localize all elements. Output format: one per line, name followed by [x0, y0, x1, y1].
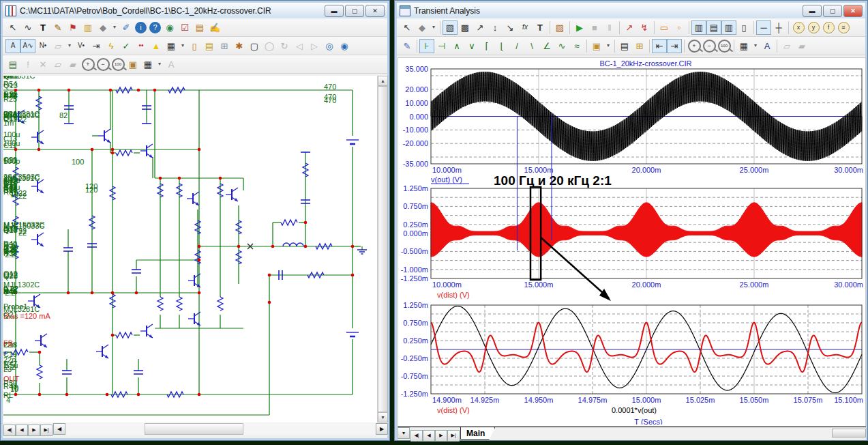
- vertical-tag-icon[interactable]: ⊣: [434, 39, 449, 53]
- scroll-up-icon[interactable]: ▲: [378, 76, 388, 86]
- freq-tag-icon[interactable]: ≈: [569, 39, 584, 53]
- zoom-rect-mode-icon[interactable]: ↗: [473, 20, 488, 35]
- voltage-probe-toggle-icon[interactable]: V•: [74, 39, 89, 53]
- zoom-100-icon[interactable]: 100: [717, 39, 732, 53]
- page-icon-icon[interactable]: ▤: [5, 57, 20, 72]
- plot-pane-4-icon[interactable]: ▯: [736, 20, 751, 35]
- plot-pane-3-icon[interactable]: ▥: [721, 20, 736, 35]
- zoom-out-icon[interactable]: −: [702, 39, 717, 53]
- select-box-icon[interactable]: ▢: [247, 39, 262, 53]
- analysis-limits-icon[interactable]: ✎: [400, 39, 415, 53]
- plot-pane-1-icon[interactable]: ▥: [691, 20, 706, 35]
- page-nav-icon-2[interactable]: ▶: [435, 430, 447, 442]
- numeric-values-icon[interactable]: ⊞: [632, 39, 647, 53]
- valley-tag-icon[interactable]: ∨: [464, 39, 479, 53]
- send-to-back-icon[interactable]: ▰: [65, 57, 80, 72]
- fx-mode-icon[interactable]: fx: [518, 20, 533, 35]
- check-errors-tool-icon[interactable]: ☑: [177, 20, 192, 35]
- attribute-text-toggle-icon[interactable]: A: [5, 39, 20, 53]
- shape-picker-dropdown-icon[interactable]: ▾: [430, 20, 438, 35]
- tile-dropdown-icon[interactable]: ▾: [751, 39, 760, 53]
- zoom-in-icon[interactable]: +: [687, 39, 702, 53]
- font-icon[interactable]: A: [760, 39, 775, 53]
- paste-tag-icon[interactable]: ▣: [589, 39, 604, 53]
- cursor-left-toggle-icon[interactable]: ⇤: [652, 39, 667, 53]
- component-bus-tool-icon[interactable]: ▥: [80, 20, 95, 35]
- wire-mode-tool-icon[interactable]: ∿: [20, 20, 35, 35]
- select-ellipse-icon[interactable]: ◯: [262, 39, 277, 53]
- restore-button[interactable]: ▢: [345, 5, 364, 17]
- properties-icon[interactable]: ▨: [552, 20, 567, 35]
- split-dropdown-icon[interactable]: ▾: [155, 57, 164, 72]
- text-mode-icon[interactable]: T: [533, 20, 548, 35]
- paste-page-icon[interactable]: ▯: [187, 39, 202, 53]
- rise-tag-icon[interactable]: /: [509, 39, 524, 53]
- page-nav-icon-3[interactable]: ▶|: [447, 430, 460, 442]
- shape-picker-icon[interactable]: ◆: [95, 20, 110, 35]
- slope-tag-icon[interactable]: ∠: [539, 39, 554, 53]
- border-tool-icon[interactable]: ⊞: [217, 39, 232, 53]
- hscroll-right-icon[interactable]: ▶: [376, 423, 388, 435]
- tab-bar-grip[interactable]: [832, 429, 866, 437]
- tokens-toggle-icon[interactable]: ↯: [637, 20, 652, 35]
- run-button-icon[interactable]: ▶: [572, 20, 587, 35]
- scale-mode-icon[interactable]: ▧: [443, 20, 458, 35]
- script-tool-icon[interactable]: ✍: [207, 20, 222, 35]
- page-nav-icon-0[interactable]: ◀|: [3, 425, 16, 436]
- page-nav-icon-0[interactable]: ◀|: [410, 430, 423, 442]
- shape-picker-dropdown-icon[interactable]: ▾: [110, 20, 119, 35]
- paste-dropdown-icon[interactable]: ▾: [604, 39, 612, 53]
- minimize-button[interactable]: ▬: [325, 5, 344, 17]
- cursor-right-toggle-icon[interactable]: ⇥: [667, 39, 682, 53]
- wave-tag-icon[interactable]: ∿: [554, 39, 569, 53]
- peak-tag-icon[interactable]: ∧: [449, 39, 464, 53]
- formula-settings-icon[interactable]: ≡: [836, 20, 851, 35]
- fx-settings-icon[interactable]: f: [821, 20, 836, 35]
- low-tag-icon[interactable]: ⌊: [494, 39, 509, 53]
- data-box-toggle-icon[interactable]: ▫: [672, 20, 687, 35]
- tab-dropdown-icon[interactable]: ▾: [398, 427, 410, 439]
- bring-to-front-icon[interactable]: ▱: [50, 57, 65, 72]
- tab-main[interactable]: Main: [460, 427, 495, 440]
- font-icon[interactable]: A: [164, 57, 179, 72]
- send-to-back-icon[interactable]: ▰: [794, 39, 809, 53]
- cursor-mode-icon[interactable]: ▩: [458, 20, 473, 35]
- tile-windows-icon[interactable]: ▦: [736, 39, 751, 53]
- schematic-canvas[interactable]: C12CCR2682C11100uR3122C16470uR392.22SA13…: [3, 76, 378, 422]
- close-button[interactable]: ✕: [365, 5, 385, 17]
- page-nav-icon-2[interactable]: ▶: [28, 425, 40, 436]
- horizontal-scroll-thumb[interactable]: [145, 423, 243, 435]
- flag-tool-icon[interactable]: ⚑: [65, 20, 80, 35]
- grid-toggle-icon[interactable]: ▦: [164, 39, 179, 53]
- ruler-toggle-icon[interactable]: ▭: [657, 20, 672, 35]
- find-repeat-icon[interactable]: ◉: [337, 39, 352, 53]
- copy-picture-icon[interactable]: ▱: [50, 39, 65, 53]
- copy-dropdown-icon[interactable]: ▾: [65, 39, 74, 53]
- plot-area[interactable]: 35.00020.00010.0000.000-10.000-20.000-35…: [398, 57, 866, 427]
- zoom-100-icon[interactable]: 100: [110, 57, 125, 72]
- fall-tag-icon[interactable]: \: [524, 39, 539, 53]
- region-tool-icon[interactable]: ▤: [192, 20, 207, 35]
- web-tool-icon[interactable]: ◉: [162, 20, 177, 35]
- split-grid-icon[interactable]: ▦: [140, 57, 155, 72]
- data-points-toggle-icon[interactable]: ↗: [622, 20, 637, 35]
- minimize-button[interactable]: ▬: [803, 5, 822, 17]
- horizontal-line-toggle-icon[interactable]: ─: [756, 20, 771, 35]
- page-nav-icon-3[interactable]: ▶|: [40, 425, 53, 436]
- scroll-down-icon[interactable]: ▼: [378, 412, 388, 422]
- numeric-output-icon[interactable]: ▤: [617, 39, 632, 53]
- schematic-vertical-scrollbar[interactable]: ▲ ▼: [378, 76, 388, 422]
- stop-button-icon[interactable]: ■: [587, 20, 602, 35]
- find-icon[interactable]: ◎: [322, 39, 337, 53]
- y-axis-settings-icon[interactable]: y: [806, 20, 821, 35]
- condition-toggle-icon[interactable]: ✓: [119, 39, 134, 53]
- high-tag-icon[interactable]: ⌈: [479, 39, 494, 53]
- bring-to-front-icon[interactable]: ▱: [779, 39, 794, 53]
- page-image-icon[interactable]: ▣: [125, 57, 140, 72]
- node-numbers-toggle-icon[interactable]: A∿: [20, 39, 35, 53]
- close-button[interactable]: ✕: [843, 5, 863, 17]
- schematic-horizontal-scrollbar[interactable]: [66, 423, 375, 435]
- text-page-icon[interactable]: ▤: [202, 39, 217, 53]
- plot-pane-2-icon[interactable]: ▤: [706, 20, 721, 35]
- page-nav-icon-1[interactable]: ◀: [423, 430, 435, 442]
